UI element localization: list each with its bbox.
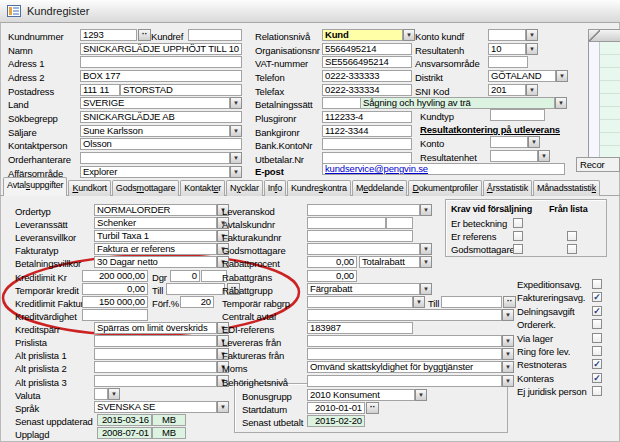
ej-juridisk-person-checkbox[interactable]: [592, 386, 602, 396]
godsmottagare-field[interactable]: [307, 243, 420, 255]
valuta-dropdown-button[interactable]: ▼: [108, 388, 120, 400]
kundnummer-browse-button[interactable]: ··: [138, 29, 151, 41]
kundtyp-field[interactable]: [490, 109, 545, 121]
affarsomrade-field[interactable]: Explorer: [80, 166, 230, 178]
krav-er-beteckning-checkbox[interactable]: [513, 218, 523, 228]
expeditionsavg-checkbox[interactable]: [592, 279, 602, 289]
dgr-field[interactable]: 0: [170, 270, 200, 282]
kontaktperson-field[interactable]: Olsson: [80, 138, 242, 150]
ordertyp-field[interactable]: NORMALORDER: [94, 204, 217, 216]
bankgironr-field[interactable]: 1122-3344: [322, 125, 412, 137]
ansvarsomrade-field[interactable]: [488, 56, 528, 68]
senastuppdaterad_sign-field[interactable]: MB: [152, 414, 186, 426]
temporarrabgrp-dropdown-button[interactable]: ▼: [413, 296, 425, 308]
sninamn-dropdown-button[interactable]: ▼: [555, 97, 567, 109]
rabattprocent-field[interactable]: 0,00: [307, 256, 357, 268]
relationsniva-dropdown-button[interactable]: ▼: [403, 29, 415, 41]
tab-kundreskontra[interactable]: Kundreskontra: [287, 180, 351, 196]
betalningsvillkor-field[interactable]: 30 Dagar netto: [94, 256, 217, 268]
bankkontonr-field[interactable]: [322, 138, 412, 150]
rabattgrans-field[interactable]: 0,00: [307, 270, 357, 282]
tab-kontakter[interactable]: Kontakter: [180, 180, 225, 196]
fakturerasfran-dropdown-button[interactable]: ▼: [502, 348, 514, 360]
krav-godsmottagare-checkbox[interactable]: [513, 244, 523, 254]
kundnummer-field[interactable]: 1293: [80, 29, 137, 41]
tab-godsmottagare[interactable]: Godsmottagare: [112, 180, 179, 196]
tab-meddelande[interactable]: Meddelande: [352, 180, 408, 196]
blank-field[interactable]: [386, 217, 413, 229]
godsmottagare-dropdown-button[interactable]: ▼: [420, 243, 432, 255]
tab-avtalsuppgifter[interactable]: Avtalsuppgifter: [3, 177, 67, 196]
konto-dropdown-button[interactable]: ▼: [528, 136, 540, 148]
centraltavtal-field[interactable]: [307, 309, 502, 321]
snikod-field[interactable]: 201: [488, 84, 526, 96]
resultatenh-dropdown-button[interactable]: ▼: [526, 43, 538, 55]
temporarkredit-field[interactable]: 0,00: [82, 283, 148, 295]
tab-rsstatistik[interactable]: Årsstatistik: [483, 180, 532, 196]
resultatenh-field[interactable]: 10: [488, 43, 526, 55]
tab-mnadsstatistik[interactable]: Månadsstatistik: [533, 180, 600, 196]
rabattgrupp-dropdown-button[interactable]: ▼: [420, 283, 432, 295]
kreditvardighet-field[interactable]: [82, 309, 148, 321]
adress2-field[interactable]: BOX 177: [80, 70, 242, 82]
distrikt-field[interactable]: GÖTALAND: [488, 70, 556, 82]
tab-info[interactable]: Info: [264, 180, 286, 196]
sninamn-field[interactable]: Sågning och hyvling av trä: [360, 97, 555, 109]
temporarrabgrp-field[interactable]: [307, 296, 413, 308]
record-navigator[interactable]: Recor: [576, 157, 620, 172]
side-grid[interactable]: [588, 29, 620, 165]
postort-field[interactable]: STORSTAD: [120, 84, 242, 96]
centraltavtal-dropdown-button[interactable]: ▼: [502, 309, 514, 321]
forf-field[interactable]: 20: [180, 296, 214, 308]
levererasfran-field[interactable]: [307, 335, 502, 347]
side-grid-rows[interactable]: [599, 42, 620, 164]
behorighetsniva-field[interactable]: [307, 375, 502, 387]
konteras-checkbox[interactable]: ✓: [592, 373, 602, 383]
moms-dropdown-button[interactable]: ▼: [502, 361, 514, 373]
adress1-field[interactable]: [80, 56, 242, 68]
rabgrp_till-field[interactable]: [441, 296, 502, 308]
leveranssatt-field[interactable]: Schenker: [94, 217, 217, 229]
tab-nycklar[interactable]: Nycklar: [226, 180, 263, 196]
rabattgrupp-field[interactable]: Färgrabatt: [307, 283, 420, 295]
prislista-field[interactable]: [94, 335, 217, 347]
fakturerasfran-field[interactable]: [307, 348, 502, 360]
till-field[interactable]: [166, 283, 225, 295]
sprak-field[interactable]: SVENSKA SE: [94, 401, 217, 413]
snikod-dropdown-button[interactable]: ▼: [526, 84, 538, 96]
postadress-field[interactable]: 111 11: [80, 84, 120, 96]
rabgrp_till-browse-button[interactable]: ··: [503, 296, 516, 308]
kreditlimit-field[interactable]: 200 000,00: [82, 270, 148, 282]
via-lager-checkbox[interactable]: [592, 333, 602, 343]
startdatum-browse-button[interactable]: ··: [366, 402, 379, 414]
leveransvillkor-field[interactable]: Turbil Taxa 1: [94, 230, 217, 242]
fakturatyp-field[interactable]: Faktura er referens: [94, 243, 217, 255]
tab-kundkort[interactable]: Kundkort: [68, 180, 110, 196]
sokbegrepp-field[interactable]: SNICKARGLÄDJE AB: [80, 111, 242, 123]
plusgironr-field[interactable]: 112233-4: [322, 111, 412, 123]
upplagd_sign-field[interactable]: MB: [152, 427, 186, 439]
affarsomrade-dropdown-button[interactable]: ▼: [230, 166, 242, 178]
fran-lista-er-referens-checkbox[interactable]: [567, 231, 577, 241]
upplagd-field[interactable]: 2008-07-01: [97, 427, 152, 439]
saljare-dropdown-button[interactable]: ▼: [230, 125, 242, 137]
vatnummer-field[interactable]: SE5566495214: [322, 56, 412, 68]
konto-field[interactable]: [490, 136, 528, 148]
moms-field[interactable]: Omvänd skattskyldighet för byggtjänster: [307, 361, 502, 373]
telefon-field[interactable]: 0222-333333: [322, 70, 412, 82]
fakturakundnr-field[interactable]: [307, 230, 413, 242]
totalrabatt-field[interactable]: Totalrabatt: [359, 256, 420, 268]
relationsniva-field[interactable]: Kund: [322, 29, 403, 41]
startdatum-field[interactable]: 2010-01-01: [307, 402, 365, 414]
resultatenhet-field[interactable]: [490, 150, 538, 162]
kontokundf-field[interactable]: [488, 29, 526, 41]
bonusgrupp-field[interactable]: 2010 Konsument: [307, 389, 415, 401]
levererasfran-dropdown-button[interactable]: ▼: [502, 335, 514, 347]
kundref-field[interactable]: [188, 29, 242, 41]
kreditsparr-field[interactable]: Spärras om limit överskrids: [94, 322, 217, 334]
tab-dokumentprofiler[interactable]: Dokumentprofiler: [408, 180, 481, 196]
distrikt-dropdown-button[interactable]: ▼: [556, 70, 568, 82]
ring-f-re-lev-checkbox[interactable]: [592, 346, 602, 356]
bonusgrupp-dropdown-button[interactable]: ▼: [415, 389, 427, 401]
senastutbetalt-field[interactable]: 2015-02-20: [307, 415, 365, 427]
